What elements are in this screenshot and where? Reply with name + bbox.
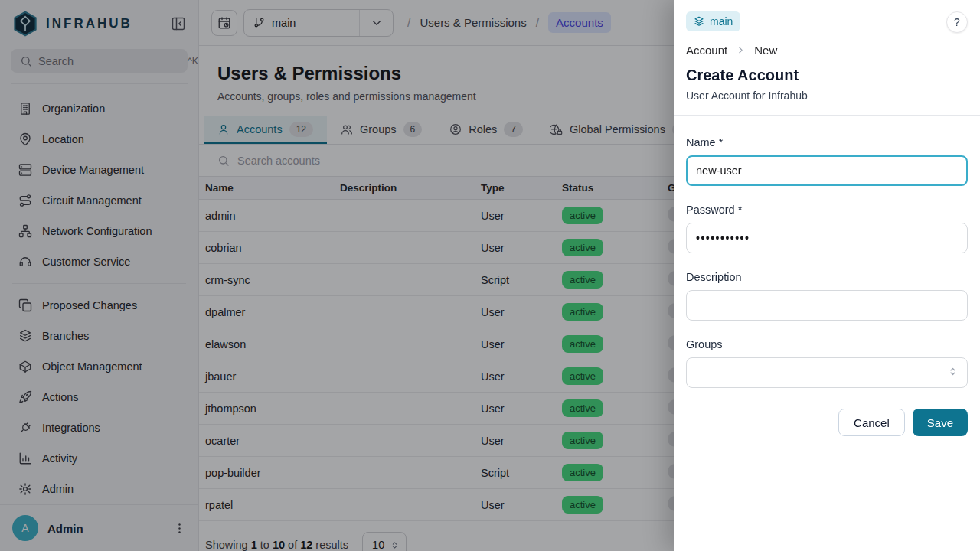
help-button[interactable]: ? [946,11,968,33]
password-field-group: Password * [686,204,968,253]
chevrons-up-down-icon [947,366,959,377]
name-label: Name * [686,136,968,148]
drawer-subtitle: User Account for Infrahub [686,90,968,102]
groups-field-group: Groups [686,338,968,388]
branch-badge: main [686,11,740,31]
create-account-drawer: main ? Account New Create Account User A… [674,0,980,551]
create-account-form: Name * Password * Description Groups Ca [674,116,980,436]
groups-select[interactable] [686,357,968,388]
drawer-actions: Cancel Save [686,409,968,436]
description-label: Description [686,271,968,283]
chevron-right-icon [736,45,746,55]
name-field-group: Name * [686,136,968,186]
cancel-button[interactable]: Cancel [838,409,905,436]
branch-badge-label: main [710,15,733,28]
drawer-breadcrumb-parent[interactable]: Account [686,44,727,57]
layers-icon [694,16,704,27]
description-field-group: Description [686,271,968,321]
password-field[interactable] [686,223,968,253]
password-label: Password * [686,204,968,216]
drawer-breadcrumb: Account New [686,44,968,57]
groups-label: Groups [686,338,968,350]
description-field[interactable] [686,290,968,321]
drawer-title: Create Account [686,67,968,84]
drawer-header: main ? Account New Create Account User A… [674,0,980,116]
modal-overlay[interactable] [0,0,674,551]
save-button[interactable]: Save [913,409,968,436]
name-field[interactable] [686,155,968,186]
drawer-breadcrumb-current: New [754,44,777,57]
